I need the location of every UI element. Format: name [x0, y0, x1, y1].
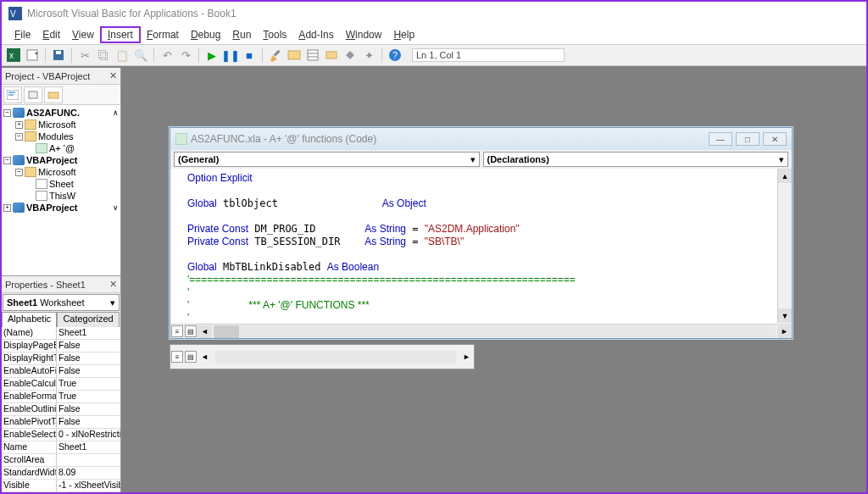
property-value[interactable]: Sheet1: [57, 441, 120, 453]
object-combo[interactable]: (General)▾: [174, 152, 480, 167]
property-row[interactable]: EnableAutoFilterFalse: [2, 365, 120, 378]
property-value[interactable]: False: [57, 340, 120, 352]
undo-icon[interactable]: ↶: [159, 47, 175, 64]
expand-icon[interactable]: +: [3, 204, 11, 212]
property-row[interactable]: EnableFormatConditionsCalculationTrue: [2, 391, 120, 403]
collapse-icon[interactable]: −: [3, 157, 11, 164]
project-tree[interactable]: −AS2AFUNC.∧ +Microsoft −Modules A+ '@ −V…: [2, 105, 120, 275]
tree-label[interactable]: AS2AFUNC.: [26, 108, 80, 118]
scroll-right-icon[interactable]: ►: [459, 352, 474, 361]
cut-icon[interactable]: ✂: [76, 47, 93, 64]
tree-label[interactable]: Microsoft: [38, 119, 76, 130]
property-value[interactable]: [57, 454, 120, 466]
scroll-left-icon[interactable]: ◄: [198, 352, 212, 361]
view-excel-icon[interactable]: x: [5, 47, 22, 64]
scroll-down-icon[interactable]: ▼: [778, 308, 792, 323]
tree-label[interactable]: A+ '@: [49, 143, 75, 153]
property-value[interactable]: 8.09: [57, 467, 120, 479]
tree-label[interactable]: VBAProject: [26, 203, 78, 213]
collapse-icon[interactable]: −: [15, 169, 23, 176]
tree-label[interactable]: Modules: [38, 131, 74, 142]
property-value[interactable]: True: [57, 378, 120, 390]
expand-icon[interactable]: +: [15, 121, 23, 129]
properties-icon[interactable]: [304, 47, 321, 64]
menu-add-ins[interactable]: Add-Ins: [292, 27, 339, 42]
pause-icon[interactable]: ❚❚: [222, 47, 239, 64]
procedure-view-icon[interactable]: ≡: [171, 325, 183, 337]
code-window-titlebar[interactable]: AS2AFUNC.xla - A+ '@' functions (Code) —…: [170, 128, 792, 150]
scroll-track[interactable]: [215, 351, 456, 364]
toggle-folders-icon[interactable]: [44, 86, 63, 103]
property-value[interactable]: False: [57, 403, 120, 415]
find-icon[interactable]: 🔍: [132, 47, 149, 64]
property-row[interactable]: (Name)Sheet1: [2, 327, 120, 340]
property-row[interactable]: EnableOutliningFalse: [2, 403, 120, 416]
tab-alphabetic[interactable]: Alphabetic: [2, 312, 57, 327]
object-selector[interactable]: Sheet1 Worksheet ▾: [3, 294, 120, 311]
toolbox-icon[interactable]: [342, 47, 359, 64]
menu-debug[interactable]: Debug: [185, 27, 226, 42]
tree-label[interactable]: Sheet: [49, 179, 74, 189]
scroll-right-icon[interactable]: ►: [777, 325, 792, 338]
scroll-thumb[interactable]: [214, 325, 239, 338]
paste-icon[interactable]: 📋: [114, 47, 131, 64]
project-explorer-icon[interactable]: [286, 47, 303, 64]
menu-edit[interactable]: Edit: [36, 27, 66, 42]
menu-help[interactable]: Help: [387, 27, 420, 42]
scroll-up-icon[interactable]: ▲: [778, 169, 792, 183]
menu-window[interactable]: Window: [340, 27, 388, 42]
procedure-view-icon[interactable]: ≡: [171, 351, 183, 363]
insert-dropdown-icon[interactable]: [24, 47, 41, 64]
menu-insert[interactable]: Insert: [100, 26, 141, 43]
property-row[interactable]: NameSheet1: [2, 441, 120, 454]
property-row[interactable]: DisplayPageBreaksFalse: [2, 340, 120, 352]
save-icon[interactable]: [50, 47, 67, 64]
tab-categorized[interactable]: Categorized: [57, 312, 119, 327]
property-value[interactable]: Sheet1: [57, 327, 120, 339]
redo-icon[interactable]: ↷: [177, 47, 194, 64]
view-code-icon[interactable]: [3, 86, 22, 103]
collapse-icon[interactable]: −: [3, 109, 11, 117]
menu-format[interactable]: Format: [141, 27, 185, 42]
property-value[interactable]: 0 - xlNoRestrictions: [57, 429, 120, 441]
menu-view[interactable]: View: [66, 27, 100, 42]
property-value[interactable]: False: [57, 352, 120, 364]
tree-scroll-down[interactable]: ∨: [113, 203, 119, 212]
tree-label[interactable]: VBAProject: [26, 155, 78, 165]
scroll-left-icon[interactable]: ◄: [198, 325, 212, 338]
close-icon[interactable]: ✕: [109, 279, 117, 290]
help-icon[interactable]: ?: [387, 47, 403, 64]
property-grid[interactable]: (Name)Sheet1DisplayPageBreaksFalseDispla…: [2, 327, 120, 492]
stop-icon[interactable]: ■: [241, 47, 258, 64]
object-browser-icon[interactable]: [323, 47, 340, 64]
property-row[interactable]: StandardWidth8.09: [2, 467, 120, 480]
property-row[interactable]: EnableSelection0 - xlNoRestrictions: [2, 429, 120, 441]
tree-label[interactable]: ThisW: [49, 191, 75, 201]
property-value[interactable]: False: [57, 416, 120, 428]
property-row[interactable]: DisplayRightToLeftFalse: [2, 352, 120, 365]
property-value[interactable]: True: [57, 391, 120, 402]
scroll-track[interactable]: [214, 325, 776, 338]
menu-tools[interactable]: Tools: [257, 27, 292, 42]
full-module-view-icon[interactable]: ▤: [185, 325, 197, 337]
run-icon[interactable]: ▶: [203, 47, 220, 64]
maximize-button[interactable]: □: [736, 132, 760, 146]
tree-label[interactable]: Microsoft: [38, 167, 76, 177]
minimize-button[interactable]: —: [709, 132, 732, 146]
close-button[interactable]: ✕: [763, 132, 787, 146]
full-module-view-icon[interactable]: ▤: [185, 351, 197, 363]
office-assistant-icon[interactable]: ✦: [360, 47, 377, 64]
copy-icon[interactable]: ⿻: [95, 47, 112, 64]
procedure-combo[interactable]: (Declarations)▾: [483, 152, 789, 167]
collapse-icon[interactable]: −: [15, 133, 23, 141]
property-value[interactable]: False: [57, 365, 120, 377]
horizontal-scrollbar[interactable]: ≡ ▤ ◄ ►: [170, 324, 792, 338]
menu-run[interactable]: Run: [226, 27, 257, 42]
menu-file[interactable]: File: [8, 27, 36, 42]
property-row[interactable]: ScrollArea: [2, 454, 120, 467]
code-editor[interactable]: Option Explicit Global tblObject As Obje…: [170, 169, 792, 324]
property-value[interactable]: -1 - xlSheetVisible: [57, 480, 120, 491]
design-mode-icon[interactable]: [267, 47, 284, 64]
close-icon[interactable]: ✕: [109, 70, 117, 81]
property-row[interactable]: EnablePivotTableFalse: [2, 416, 120, 429]
